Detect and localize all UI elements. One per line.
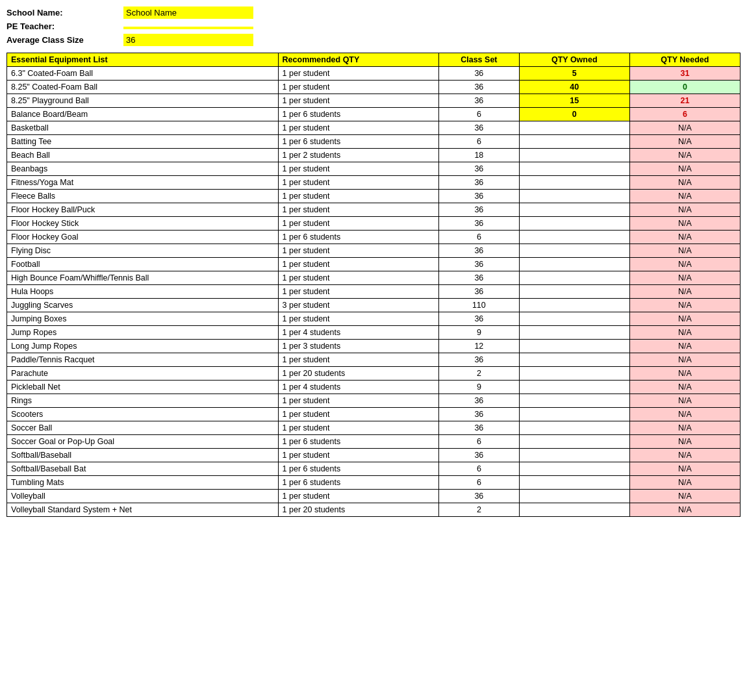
cell-owned[interactable] bbox=[519, 435, 629, 449]
cell-needed[interactable]: N/A bbox=[629, 299, 740, 312]
cell-owned[interactable] bbox=[519, 176, 629, 190]
cell-owned[interactable] bbox=[519, 421, 629, 435]
cell-owned[interactable] bbox=[519, 149, 629, 162]
cell-classset: 36 bbox=[439, 176, 520, 190]
cell-owned[interactable] bbox=[519, 408, 629, 421]
cell-needed[interactable]: N/A bbox=[629, 190, 740, 203]
cell-owned[interactable] bbox=[519, 476, 629, 490]
cell-owned[interactable] bbox=[519, 367, 629, 381]
cell-item: Floor Hockey Goal bbox=[7, 231, 279, 244]
cell-needed[interactable]: 21 bbox=[629, 94, 740, 108]
cell-needed[interactable]: N/A bbox=[629, 149, 740, 162]
cell-needed[interactable]: N/A bbox=[629, 421, 740, 435]
cell-needed[interactable]: 6 bbox=[629, 108, 740, 121]
cell-needed[interactable]: N/A bbox=[629, 244, 740, 258]
cell-owned[interactable] bbox=[519, 462, 629, 476]
cell-needed[interactable]: N/A bbox=[629, 408, 740, 421]
cell-needed[interactable]: N/A bbox=[629, 449, 740, 462]
cell-needed[interactable]: N/A bbox=[629, 258, 740, 271]
cell-classset: 36 bbox=[439, 94, 520, 108]
cell-item: Juggling Scarves bbox=[7, 299, 279, 312]
cell-needed[interactable]: N/A bbox=[629, 394, 740, 408]
cell-owned[interactable]: 0 bbox=[519, 108, 629, 121]
cell-needed[interactable]: N/A bbox=[629, 285, 740, 299]
equipment-table: Essential Equipment List Recommended QTY… bbox=[6, 53, 741, 517]
cell-owned[interactable] bbox=[519, 449, 629, 462]
pe-teacher-label: PE Teacher: bbox=[6, 21, 123, 31]
table-row: Parachute1 per 20 students2N/A bbox=[7, 367, 741, 381]
table-row: Jump Ropes1 per 4 students9N/A bbox=[7, 326, 741, 340]
cell-needed[interactable]: N/A bbox=[629, 353, 740, 367]
cell-owned[interactable] bbox=[519, 271, 629, 285]
avg-class-size-label: Average Class Size bbox=[6, 35, 123, 45]
school-name-value[interactable]: School Name bbox=[123, 6, 253, 19]
cell-classset: 6 bbox=[439, 462, 520, 476]
cell-owned[interactable] bbox=[519, 312, 629, 326]
cell-needed[interactable]: N/A bbox=[629, 271, 740, 285]
cell-needed[interactable]: 0 bbox=[629, 81, 740, 94]
cell-owned[interactable] bbox=[519, 340, 629, 353]
cell-owned[interactable] bbox=[519, 190, 629, 203]
cell-rec: 1 per 4 students bbox=[278, 381, 438, 394]
cell-needed[interactable]: 31 bbox=[629, 67, 740, 81]
cell-classset: 36 bbox=[439, 244, 520, 258]
cell-owned[interactable] bbox=[519, 285, 629, 299]
table-row: Volleyball Standard System + Net1 per 20… bbox=[7, 503, 741, 517]
cell-needed[interactable]: N/A bbox=[629, 490, 740, 503]
table-row: Beach Ball1 per 2 students18N/A bbox=[7, 149, 741, 162]
cell-classset: 36 bbox=[439, 258, 520, 271]
cell-owned[interactable] bbox=[519, 326, 629, 340]
cell-owned[interactable]: 5 bbox=[519, 67, 629, 81]
cell-classset: 6 bbox=[439, 231, 520, 244]
cell-needed[interactable]: N/A bbox=[629, 367, 740, 381]
cell-needed[interactable]: N/A bbox=[629, 312, 740, 326]
cell-owned[interactable]: 15 bbox=[519, 94, 629, 108]
cell-item: Softball/Baseball bbox=[7, 449, 279, 462]
cell-classset: 36 bbox=[439, 67, 520, 81]
school-name-label: School Name: bbox=[6, 8, 123, 18]
cell-needed[interactable]: N/A bbox=[629, 135, 740, 149]
cell-owned[interactable] bbox=[519, 353, 629, 367]
cell-owned[interactable] bbox=[519, 490, 629, 503]
cell-needed[interactable]: N/A bbox=[629, 203, 740, 217]
cell-needed[interactable]: N/A bbox=[629, 462, 740, 476]
cell-owned[interactable] bbox=[519, 231, 629, 244]
cell-needed[interactable]: N/A bbox=[629, 381, 740, 394]
cell-needed[interactable]: N/A bbox=[629, 176, 740, 190]
cell-owned[interactable] bbox=[519, 299, 629, 312]
cell-needed[interactable]: N/A bbox=[629, 217, 740, 231]
cell-needed[interactable]: N/A bbox=[629, 162, 740, 176]
cell-owned[interactable] bbox=[519, 258, 629, 271]
cell-owned[interactable] bbox=[519, 203, 629, 217]
cell-needed[interactable]: N/A bbox=[629, 121, 740, 135]
cell-classset: 12 bbox=[439, 340, 520, 353]
cell-owned[interactable]: 40 bbox=[519, 81, 629, 94]
avg-class-size-value[interactable]: 36 bbox=[123, 34, 253, 46]
cell-owned[interactable] bbox=[519, 394, 629, 408]
cell-owned[interactable] bbox=[519, 217, 629, 231]
table-row: 6.3" Coated-Foam Ball1 per student36531 bbox=[7, 67, 741, 81]
cell-rec: 1 per 20 students bbox=[278, 367, 438, 381]
cell-owned[interactable] bbox=[519, 135, 629, 149]
cell-needed[interactable]: N/A bbox=[629, 435, 740, 449]
cell-owned[interactable] bbox=[519, 381, 629, 394]
cell-needed[interactable]: N/A bbox=[629, 476, 740, 490]
cell-item: High Bounce Foam/Whiffle/Tennis Ball bbox=[7, 271, 279, 285]
table-row: Pickleball Net1 per 4 students9N/A bbox=[7, 381, 741, 394]
cell-owned[interactable] bbox=[519, 162, 629, 176]
cell-needed[interactable]: N/A bbox=[629, 503, 740, 517]
pe-teacher-value[interactable] bbox=[123, 27, 253, 29]
cell-item: Beanbags bbox=[7, 162, 279, 176]
cell-needed[interactable]: N/A bbox=[629, 326, 740, 340]
table-row: Floor Hockey Ball/Puck1 per student36N/A bbox=[7, 203, 741, 217]
cell-rec: 1 per student bbox=[278, 421, 438, 435]
cell-owned[interactable] bbox=[519, 503, 629, 517]
table-row: Fleece Balls1 per student36N/A bbox=[7, 190, 741, 203]
cell-owned[interactable] bbox=[519, 244, 629, 258]
cell-rec: 1 per 3 students bbox=[278, 340, 438, 353]
cell-needed[interactable]: N/A bbox=[629, 231, 740, 244]
cell-needed[interactable]: N/A bbox=[629, 340, 740, 353]
table-row: Soccer Goal or Pop-Up Goal1 per 6 studen… bbox=[7, 435, 741, 449]
cell-rec: 1 per student bbox=[278, 176, 438, 190]
cell-owned[interactable] bbox=[519, 121, 629, 135]
